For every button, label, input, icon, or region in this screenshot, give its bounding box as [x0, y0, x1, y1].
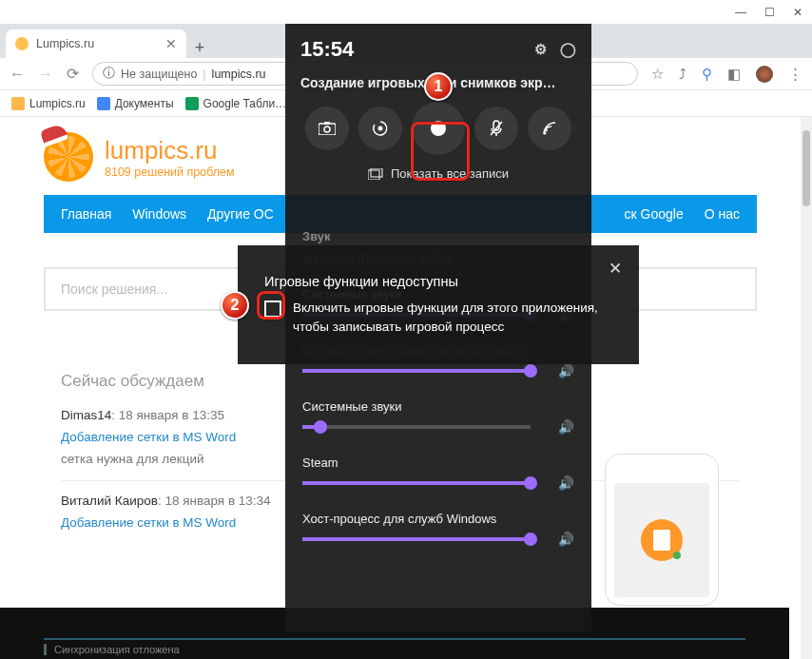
account-icon[interactable]: ◯ — [560, 41, 576, 58]
menu-icon[interactable]: ⋮ — [788, 66, 802, 83]
svg-rect-0 — [319, 124, 336, 135]
broadcast-button[interactable] — [528, 107, 571, 150]
share-icon[interactable]: ⤴ — [679, 66, 686, 82]
toolbar-right: ☆ ⤴ ⚲ ◧ ⋮ — [651, 66, 802, 83]
audio-header: Звук — [302, 229, 574, 243]
bookmark-icon — [185, 97, 199, 110]
tab-close-button[interactable]: ✕ — [165, 36, 177, 51]
volume-slider[interactable] — [302, 425, 531, 429]
record-last-button[interactable] — [358, 107, 402, 150]
nav-item[interactable]: Главная — [61, 206, 111, 222]
comment-link[interactable]: Добавление сетки в MS Word — [61, 515, 236, 530]
comment-link[interactable]: Добавление сетки в MS Word — [61, 430, 236, 444]
screenshot-button[interactable] — [305, 107, 349, 150]
bookmark-icon — [97, 97, 110, 110]
speaker-icon[interactable]: 🔊 — [558, 475, 574, 491]
comment-user: Dimas14 — [61, 408, 111, 422]
settings-icon[interactable]: ⚙ — [534, 41, 547, 58]
site-title: lumpics.ru — [105, 136, 235, 165]
gamebar-capture-panel: 15:54 ⚙ ◯ Создание игровых ов и снимков … — [285, 24, 591, 214]
svg-rect-7 — [368, 170, 379, 180]
nav-item[interactable]: Другие ОС — [207, 206, 274, 222]
comment-date: : 18 января в 13:35 — [111, 408, 224, 422]
bookmark-item[interactable]: Документы — [93, 94, 178, 113]
audio-name: Системные звуки — [302, 399, 574, 414]
window-controls: — ☐ ✕ — [0, 0, 812, 24]
svg-rect-2 — [324, 122, 330, 125]
phone-illustration — [605, 454, 719, 606]
new-tab-button[interactable]: + — [186, 38, 213, 58]
svg-point-1 — [324, 126, 330, 132]
volume-slider[interactable] — [302, 537, 531, 541]
sync-status: Синхронизация отложена — [44, 644, 180, 655]
message-body: Включить игровые функции для этого прило… — [293, 299, 620, 336]
info-icon: ⓘ — [103, 66, 115, 82]
nav-item[interactable]: Windows — [132, 206, 186, 222]
svg-point-6 — [544, 132, 547, 135]
reload-button[interactable]: ⟳ — [67, 65, 79, 83]
tab-title: Lumpics.ru — [36, 37, 94, 50]
back-button[interactable]: ← — [10, 66, 25, 83]
bookmark-item[interactable]: Google Табли… — [182, 94, 291, 113]
star-icon[interactable]: ☆ — [651, 66, 664, 83]
speaker-icon[interactable]: 🔊 — [558, 363, 574, 378]
profile-avatar[interactable] — [756, 66, 773, 83]
nav-item[interactable]: О нас — [705, 206, 740, 222]
logo-text: lumpics.ru 8109 решений проблем — [105, 136, 235, 179]
comment-note: сетка нужна для лекций — [61, 452, 203, 466]
extension-icon[interactable]: ◧ — [727, 66, 741, 83]
favicon-icon — [15, 37, 29, 50]
mic-button[interactable] — [474, 107, 518, 150]
separator: | — [203, 68, 205, 81]
comment-date: : 18 января в 13:34 — [158, 494, 271, 508]
volume-slider[interactable] — [302, 369, 531, 373]
url-text: lumpics.ru — [212, 68, 266, 81]
highlight-1 — [411, 122, 470, 181]
site-subtitle: 8109 решений проблем — [105, 165, 235, 179]
message-title: Игровые функции недоступны — [264, 274, 620, 289]
volume-slider[interactable] — [302, 481, 531, 485]
minimize-button[interactable]: — — [726, 6, 755, 19]
nav-item[interactable]: ск Google — [625, 206, 684, 222]
audio-name: Хост-процесс для служб Windows — [302, 512, 574, 526]
audio-name: Steam — [302, 455, 574, 470]
bookmark-label: Lumpics.ru — [29, 97, 86, 110]
bookmark-icon — [11, 97, 25, 110]
speaker-icon[interactable]: 🔊 — [558, 532, 574, 547]
badge-2: 2 — [221, 291, 249, 320]
gamebar-clock: 15:54 — [300, 37, 354, 62]
audio-item: Системные звуки 🔊 — [302, 399, 574, 435]
svg-rect-8 — [371, 168, 382, 177]
security-label: Не защищено — [121, 68, 197, 81]
search-placeholder: Поиск решения... — [61, 281, 167, 297]
badge-1: 1 — [424, 72, 453, 101]
browser-tab[interactable]: Lumpics.ru ✕ — [6, 29, 186, 58]
highlight-2 — [257, 291, 285, 320]
gamebar-message: ✕ Игровые функции недоступны Включить иг… — [238, 245, 639, 364]
page-scrollbar[interactable] — [801, 117, 812, 659]
scroll-thumb[interactable] — [802, 130, 810, 206]
bookmark-label: Google Табли… — [203, 97, 287, 110]
document-icon — [641, 519, 683, 561]
speaker-icon[interactable]: 🔊 — [558, 419, 574, 435]
audio-item: Steam 🔊 — [302, 455, 574, 491]
window-close-button[interactable]: ✕ — [783, 6, 812, 19]
translate-icon[interactable]: ⚲ — [702, 66, 712, 83]
bookmark-label: Документы — [115, 97, 174, 110]
bookmark-item[interactable]: Lumpics.ru — [8, 94, 89, 113]
gallery-icon — [368, 168, 383, 180]
comment-user: Виталий Каиров — [61, 494, 158, 508]
audio-item: Хост-процесс для служб Windows 🔊 — [302, 512, 574, 547]
close-button[interactable]: ✕ — [609, 259, 622, 279]
svg-point-3 — [378, 126, 383, 131]
site-logo[interactable] — [44, 132, 93, 182]
forward-button: → — [38, 66, 53, 83]
maximize-button[interactable]: ☐ — [755, 6, 783, 19]
